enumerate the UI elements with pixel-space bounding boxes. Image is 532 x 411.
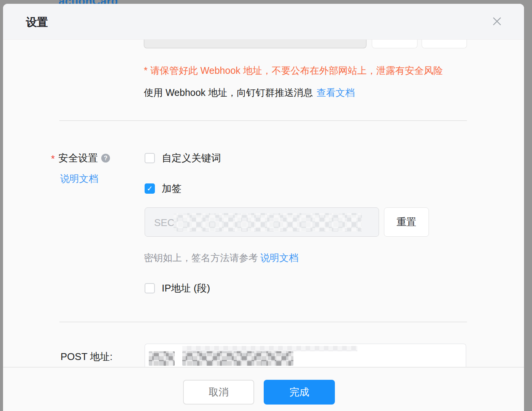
option-label: 自定义关键词 (162, 151, 221, 165)
checkbox-custom-keywords[interactable] (145, 153, 155, 163)
cancel-button[interactable]: 取消 (183, 380, 254, 405)
close-icon (491, 16, 503, 28)
sign-docs-link[interactable]: 说明文档 (260, 252, 298, 263)
confirm-button[interactable]: 完成 (264, 380, 335, 405)
sign-note-line: 密钥如上，签名方法请参考说明文档 (144, 252, 298, 264)
secret-key-input[interactable]: SEC4 (145, 207, 379, 237)
sign-note-text: 密钥如上，签名方法请参考 (144, 252, 258, 263)
webhook-warning-text: * 请保管好此 Webhook 地址，不要公布在外部网站上，泄露有安全风险 (144, 64, 443, 77)
post-address-blurred-value-top (182, 346, 357, 351)
post-address-blurred-value-2 (182, 351, 293, 366)
settings-dialog: 设置 * 请保管好此 Webhook 地址，不要公布在外部网站上，泄露有安全风险… (3, 4, 524, 411)
dialog-header: 设置 (3, 4, 524, 40)
webhook-url-input-partial[interactable] (144, 40, 366, 48)
webhook-action-button-partial-2[interactable] (422, 40, 467, 48)
security-docs-link[interactable]: 说明文档 (60, 172, 98, 185)
post-address-blurred-value-1 (149, 351, 175, 366)
dialog-footer: 取消 完成 (3, 367, 524, 411)
option-ip-address[interactable]: IP地址 (段) (145, 282, 210, 295)
check-icon: ✓ (147, 184, 153, 193)
webhook-usage-line: 使用 Webhook 地址，向钉钉群推送消息查看文档 (144, 86, 355, 99)
security-settings-label: 安全设置 (58, 151, 98, 165)
help-icon[interactable]: ? (101, 154, 110, 162)
section-divider (59, 322, 467, 322)
background-actioncard-text: actionCard (59, 0, 211, 4)
reset-button[interactable]: 重置 (384, 207, 429, 237)
option-sign[interactable]: ✓ 加签 (145, 182, 182, 195)
background-page-peek: actionCard (59, 0, 211, 4)
close-button[interactable] (489, 13, 505, 30)
required-asterisk: * (51, 151, 55, 165)
security-settings-label-row: * 安全设置 ? (51, 151, 110, 165)
view-docs-link[interactable]: 查看文档 (317, 87, 355, 98)
post-address-input[interactable] (145, 344, 466, 367)
post-address-label: POST 地址: (61, 350, 113, 363)
secret-key-blurred-value (174, 213, 362, 232)
webhook-usage-text: 使用 Webhook 地址，向钉钉群推送消息 (144, 87, 313, 98)
option-label: IP地址 (段) (162, 282, 210, 295)
option-custom-keywords[interactable]: 自定义关键词 (145, 151, 221, 165)
checkbox-sign-checked[interactable]: ✓ (145, 183, 155, 194)
section-divider (59, 120, 467, 121)
dialog-title: 设置 (26, 15, 48, 30)
webhook-action-button-partial-1[interactable] (372, 40, 417, 48)
option-label: 加签 (162, 182, 182, 195)
checkbox-ip-address[interactable] (145, 283, 155, 293)
